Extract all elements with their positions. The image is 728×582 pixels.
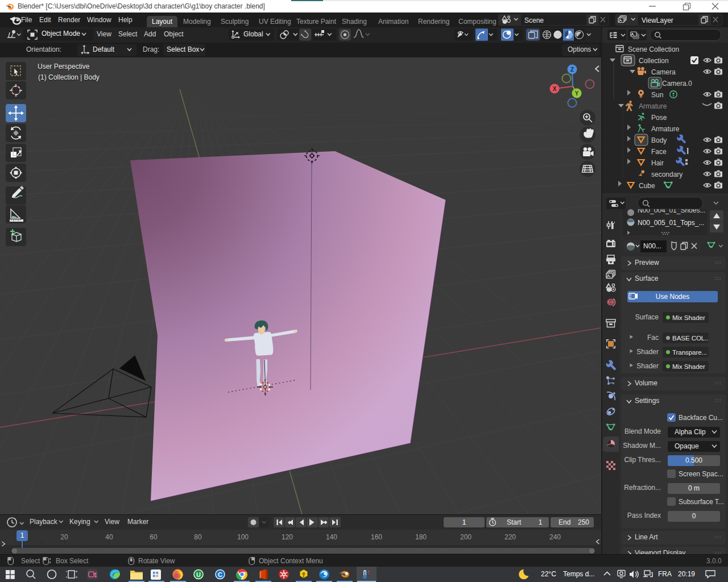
svg-text:1: 1 — [539, 518, 543, 526]
svg-text:Start: Start — [507, 518, 522, 526]
svg-text:ViewLayer: ViewLayer — [642, 16, 673, 24]
svg-text:1: 1 — [462, 518, 466, 526]
svg-text:End: End — [559, 518, 570, 526]
svg-text:250: 250 — [578, 518, 589, 526]
svg-text:U: U — [196, 571, 201, 578]
svg-text:Scene: Scene — [524, 16, 544, 24]
svg-text:Y: Y — [575, 90, 579, 97]
svg-text:C: C — [218, 571, 222, 578]
svg-text:Z: Z — [570, 66, 574, 73]
svg-text:X: X — [553, 86, 557, 92]
